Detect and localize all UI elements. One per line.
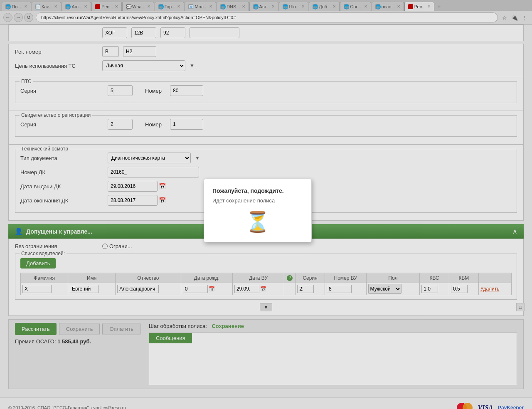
hourglass-icon: ⏳ [212,210,303,234]
modal-overlay: Пожалуйста, подождите. Идет сохранение п… [0,0,532,409]
modal-dialog: Пожалуйста, подождите. Идет сохранение п… [204,179,312,242]
modal-message: Идет сохранение полиса [212,197,303,204]
modal-title: Пожалуйста, подождите. [212,187,303,194]
